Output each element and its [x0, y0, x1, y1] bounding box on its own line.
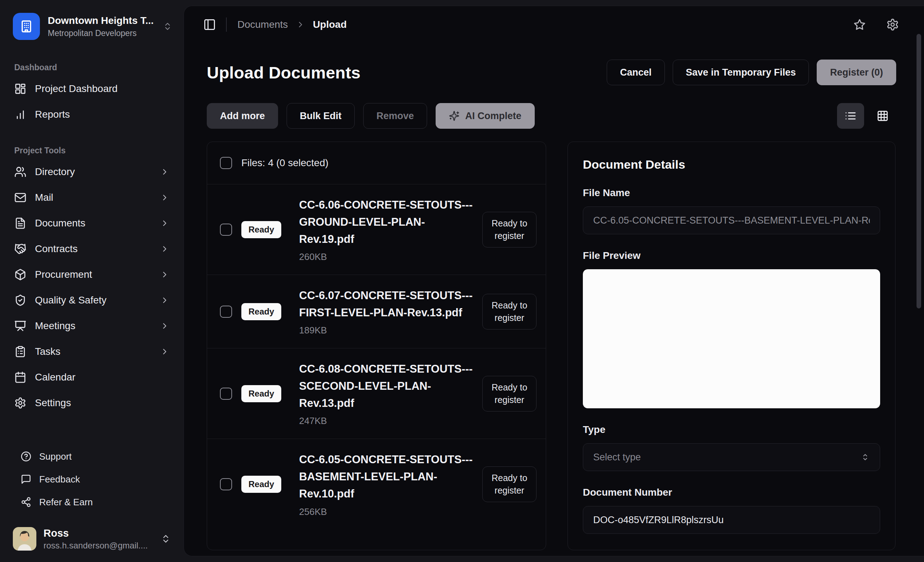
file-checkbox[interactable]: [220, 478, 232, 490]
topbar: Documents Upload: [184, 6, 924, 43]
sidebar-item-meetings[interactable]: Meetings: [11, 313, 174, 339]
sidebar-item-label: Quality & Safety: [35, 295, 152, 306]
chevron-right-icon: [160, 167, 170, 177]
app-root: Downtown Heights T... Metropolitan Devel…: [0, 0, 924, 562]
page-title: Upload Documents: [207, 63, 360, 83]
chevrons-up-down-icon: [861, 452, 870, 462]
sidebar-item-procurement[interactable]: Procurement: [11, 262, 174, 287]
bulk-edit-button[interactable]: Bulk Edit: [286, 103, 355, 129]
file-checkbox[interactable]: [220, 306, 232, 318]
document-number-label: Document Number: [583, 487, 880, 498]
remove-button[interactable]: Remove: [363, 103, 427, 129]
document-number-input[interactable]: [593, 515, 870, 526]
file-checkbox[interactable]: [220, 388, 232, 400]
breadcrumb: Documents Upload: [237, 19, 347, 30]
list-view-icon: [844, 110, 856, 122]
file-size: 256KB: [299, 506, 473, 517]
breadcrumb-documents[interactable]: Documents: [237, 19, 288, 30]
file-preview-label: File Preview: [583, 250, 880, 261]
bar-chart-icon: [14, 108, 26, 120]
list-view-button[interactable]: [837, 103, 864, 129]
chevron-right-icon: [160, 296, 170, 305]
file-name-field-wrap: [583, 206, 880, 234]
ai-complete-button[interactable]: AI Complete: [436, 103, 535, 129]
sidebar-toggle-button[interactable]: [203, 18, 216, 31]
file-size: 247KB: [299, 415, 473, 427]
workspace-switcher[interactable]: Downtown Heights T... Metropolitan Devel…: [11, 11, 174, 40]
sidebar-item-reports[interactable]: Reports: [11, 102, 174, 127]
file-size: 260KB: [299, 251, 473, 263]
sidebar-item-label: Project Dashboard: [35, 83, 170, 95]
files-summary: Files: 4 (0 selected): [242, 157, 328, 169]
sidebar-item-mail[interactable]: Mail: [11, 185, 174, 210]
settings-button[interactable]: [886, 18, 899, 31]
file-name-input[interactable]: [593, 215, 870, 226]
chevron-right-icon: [160, 219, 170, 228]
sidebar-item-label: Contracts: [35, 243, 152, 255]
message-square-icon: [21, 474, 32, 485]
sidebar-item-refer-earn[interactable]: Refer & Earn: [11, 491, 174, 514]
gear-icon: [886, 18, 899, 31]
users-icon: [14, 166, 26, 178]
sidebar-item-label: Settings: [35, 397, 170, 409]
file-row[interactable]: Ready CC-6.07-CONCRETE-SETOUTS---FIRST-L…: [207, 275, 546, 349]
chevrons-up-down-icon: [163, 22, 172, 31]
sidebar-item-tasks[interactable]: Tasks: [11, 339, 174, 364]
type-label: Type: [583, 424, 880, 436]
sidebar-item-quality-safety[interactable]: Quality & Safety: [11, 287, 174, 313]
vertical-scrollbar[interactable]: [916, 34, 921, 308]
user-name: Ross: [44, 527, 154, 539]
file-row[interactable]: Ready CC-6.08-CONCRETE-SETOUTS---SCECOND…: [207, 349, 546, 439]
sidebar-item-support[interactable]: Support: [11, 445, 174, 468]
file-row[interactable]: Ready CC-6.05-CONCRETE-SETOUTS---BASEMEN…: [207, 439, 546, 529]
sidebar-item-label: Procurement: [35, 269, 152, 280]
cancel-button[interactable]: Cancel: [607, 60, 665, 85]
chevron-right-icon: [296, 20, 305, 29]
layout-dashboard-icon: [14, 83, 26, 95]
grid-view-button[interactable]: [869, 103, 896, 129]
file-name: CC-6.06-CONCRETE-SETOUTS---GROUND-LEVEL-…: [299, 197, 473, 248]
status-badge: Ready: [242, 303, 281, 320]
help-circle-icon: [21, 451, 32, 462]
sidebar-item-calendar[interactable]: Calendar: [11, 364, 174, 390]
file-text-icon: [14, 217, 26, 229]
sidebar-item-documents[interactable]: Documents: [11, 210, 174, 236]
file-row[interactable]: Ready CC-6.06-CONCRETE-SETOUTS---GROUND-…: [207, 184, 546, 275]
sidebar-item-label: Reports: [35, 109, 170, 120]
workspace-org: Metropolitan Developers: [48, 29, 155, 38]
file-name: CC-6.05-CONCRETE-SETOUTS---BASEMENT-LEVE…: [299, 451, 473, 502]
ready-to-register-button[interactable]: Ready to register: [482, 212, 537, 248]
register-button[interactable]: Register (0): [817, 60, 896, 85]
sidebar-item-label: Tasks: [35, 346, 152, 357]
favorite-button[interactable]: [854, 18, 866, 31]
calendar-icon: [14, 371, 26, 383]
chevron-right-icon: [160, 321, 170, 331]
clipboard-list-icon: [14, 346, 26, 358]
type-select[interactable]: Select type: [583, 443, 880, 471]
sidebar-item-feedback[interactable]: Feedback: [11, 468, 174, 491]
content-area: Files: 4 (0 selected) Ready CC-6.06-CONC…: [184, 129, 924, 556]
sidebar-item-project-dashboard[interactable]: Project Dashboard: [11, 76, 174, 102]
ready-to-register-button[interactable]: Ready to register: [482, 376, 537, 412]
sidebar-item-directory[interactable]: Directory: [11, 159, 174, 185]
select-all-checkbox[interactable]: [220, 157, 232, 169]
sidebar: Downtown Heights T... Metropolitan Devel…: [0, 0, 184, 562]
section-label-project-tools: Project Tools: [14, 146, 174, 155]
ready-to-register-button[interactable]: Ready to register: [482, 294, 537, 329]
ready-to-register-button[interactable]: Ready to register: [482, 466, 537, 502]
sidebar-item-label: Feedback: [39, 474, 80, 485]
workspace-name: Downtown Heights T...: [48, 15, 155, 26]
file-info: CC-6.08-CONCRETE-SETOUTS---SCECOND-LEVEL…: [291, 361, 473, 427]
share-icon: [21, 497, 32, 508]
file-toolbar: Add more Bulk Edit Remove AI Complete: [184, 85, 924, 129]
user-menu[interactable]: Ross ross.h.sanderson@gmail....: [11, 524, 174, 552]
file-checkbox[interactable]: [220, 224, 232, 236]
header-actions: Cancel Save in Temporary Files Register …: [607, 60, 896, 85]
sidebar-item-settings[interactable]: Settings: [11, 390, 174, 416]
breadcrumb-upload: Upload: [313, 19, 347, 30]
panel-left-icon: [203, 18, 216, 31]
sidebar-item-label: Directory: [35, 166, 152, 177]
add-more-button[interactable]: Add more: [207, 103, 278, 129]
sidebar-item-contracts[interactable]: Contracts: [11, 236, 174, 262]
save-temporary-button[interactable]: Save in Temporary Files: [673, 60, 809, 85]
